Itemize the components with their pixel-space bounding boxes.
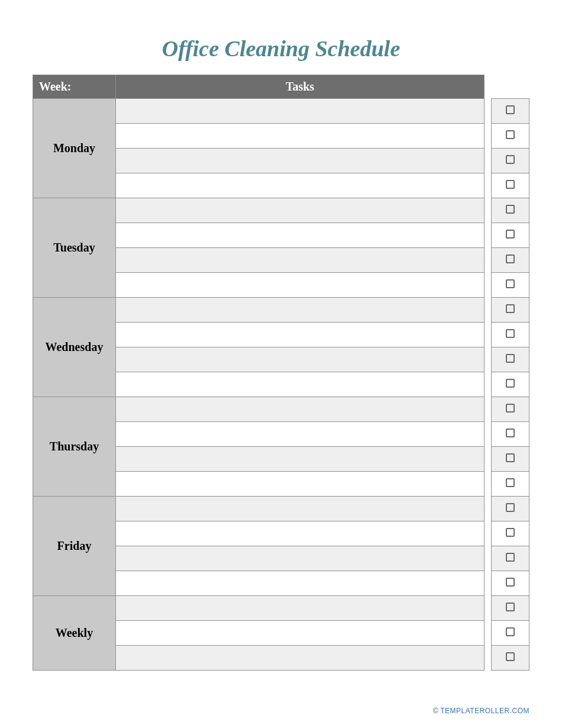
task-cell[interactable] — [116, 372, 485, 397]
footer: © TEMPLATEROLLER.COM — [433, 707, 529, 715]
gap-cell — [485, 372, 492, 397]
task-cell[interactable] — [116, 472, 485, 497]
checkbox-icon[interactable] — [506, 404, 515, 413]
gap-cell — [485, 472, 492, 497]
checkbox-icon[interactable] — [506, 553, 515, 562]
check-cell[interactable] — [492, 571, 529, 596]
checkbox-icon[interactable] — [506, 279, 515, 288]
check-cell[interactable] — [492, 497, 529, 521]
day-cell: Wednesday — [33, 298, 116, 397]
check-cell[interactable] — [492, 372, 529, 397]
task-cell[interactable] — [116, 124, 485, 149]
task-cell[interactable] — [116, 273, 485, 298]
check-cell[interactable] — [492, 546, 529, 571]
task-cell[interactable] — [116, 621, 485, 646]
checkbox-icon[interactable] — [506, 652, 515, 661]
task-cell[interactable] — [116, 497, 485, 521]
checkbox-icon[interactable] — [506, 255, 515, 263]
check-cell[interactable] — [492, 621, 529, 646]
gap-cell — [485, 273, 492, 298]
gap-cell — [485, 248, 492, 273]
checkbox-icon[interactable] — [506, 304, 515, 313]
schedule-table: Week: Tasks MondayTuesdayWednesdayThursd… — [33, 75, 529, 671]
checkbox-icon[interactable] — [506, 578, 515, 587]
gap-cell — [485, 198, 492, 223]
gap-cell — [485, 646, 492, 671]
day-cell: Thursday — [33, 397, 116, 497]
check-cell[interactable] — [492, 198, 529, 223]
task-cell[interactable] — [116, 248, 485, 273]
footer-copyright: © — [433, 707, 438, 715]
checkbox-icon[interactable] — [506, 453, 515, 462]
task-cell[interactable] — [116, 347, 485, 372]
task-cell[interactable] — [116, 198, 485, 223]
task-cell[interactable] — [116, 323, 485, 347]
check-cell[interactable] — [492, 223, 529, 248]
task-cell[interactable] — [116, 99, 485, 124]
day-cell: Friday — [33, 497, 116, 596]
check-cell[interactable] — [492, 298, 529, 323]
checkbox-icon[interactable] — [506, 180, 515, 189]
check-cell[interactable] — [492, 124, 529, 149]
gap-cell — [485, 173, 492, 198]
gap-cell — [485, 571, 492, 596]
checkbox-icon[interactable] — [506, 230, 515, 239]
task-cell[interactable] — [116, 173, 485, 198]
gap-cell — [485, 397, 492, 422]
checkbox-icon[interactable] — [506, 155, 515, 164]
check-cell[interactable] — [492, 99, 529, 124]
gap-cell — [485, 347, 492, 372]
check-cell[interactable] — [492, 447, 529, 472]
check-cell[interactable] — [492, 173, 529, 198]
check-cell[interactable] — [492, 273, 529, 298]
checkbox-icon[interactable] — [506, 503, 515, 512]
task-cell[interactable] — [116, 646, 485, 671]
task-cell[interactable] — [116, 521, 485, 546]
task-cell[interactable] — [116, 298, 485, 323]
check-cell[interactable] — [492, 472, 529, 497]
gap-cell — [485, 596, 492, 621]
day-cell: Monday — [33, 99, 116, 198]
gap-cell — [485, 223, 492, 248]
checkbox-icon[interactable] — [506, 130, 515, 139]
task-cell[interactable] — [116, 149, 485, 173]
footer-link[interactable]: TEMPLATEROLLER.COM — [440, 707, 529, 715]
check-cell[interactable] — [492, 248, 529, 273]
check-cell[interactable] — [492, 397, 529, 422]
check-cell[interactable] — [492, 521, 529, 546]
gap-cell — [485, 124, 492, 149]
checkbox-icon[interactable] — [506, 627, 515, 636]
task-cell[interactable] — [116, 596, 485, 621]
gap-cell — [485, 521, 492, 546]
gap-cell — [485, 497, 492, 521]
task-cell[interactable] — [116, 546, 485, 571]
task-cell[interactable] — [116, 571, 485, 596]
gap-cell — [485, 149, 492, 173]
task-cell[interactable] — [116, 447, 485, 472]
check-cell[interactable] — [492, 149, 529, 173]
check-cell[interactable] — [492, 347, 529, 372]
check-cell[interactable] — [492, 323, 529, 347]
day-cell: Weekly — [33, 596, 116, 671]
header-tasks: Tasks — [116, 75, 485, 99]
check-cell[interactable] — [492, 422, 529, 447]
checkbox-icon[interactable] — [506, 429, 515, 437]
header-week: Week: — [33, 75, 116, 99]
checkbox-icon[interactable] — [506, 478, 515, 487]
checkbox-icon[interactable] — [506, 354, 515, 363]
checkbox-icon[interactable] — [506, 329, 515, 338]
task-cell[interactable] — [116, 422, 485, 447]
checkbox-icon[interactable] — [506, 528, 515, 537]
task-cell[interactable] — [116, 223, 485, 248]
day-cell: Tuesday — [33, 198, 116, 298]
checkbox-icon[interactable] — [506, 105, 515, 114]
checkbox-icon[interactable] — [506, 205, 515, 214]
checkbox-icon[interactable] — [506, 603, 515, 611]
header-gap — [485, 75, 492, 99]
gap-cell — [485, 447, 492, 472]
task-cell[interactable] — [116, 397, 485, 422]
check-cell[interactable] — [492, 646, 529, 671]
check-cell[interactable] — [492, 596, 529, 621]
checkbox-icon[interactable] — [506, 379, 515, 388]
gap-cell — [485, 422, 492, 447]
